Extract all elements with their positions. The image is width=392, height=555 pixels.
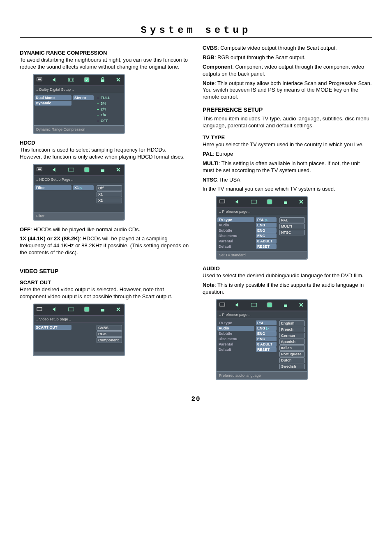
setup-icon [83,76,90,84]
osd-item[interactable]: Filter [35,185,71,190]
osd-item[interactable]: TV type [217,320,254,325]
audio-heading: AUDIO [203,265,372,272]
osd-item[interactable]: Disc menu [217,336,254,341]
drc-body: To avoid disturbing the neighbours at ni… [20,57,189,71]
close-icon [115,306,122,313]
osd-tvtype: .. Prefrence page .. TV type Audio Subti… [216,196,308,260]
svg-rect-2 [68,78,74,81]
osd-title: .. Dolby Digital Setup .. [34,86,124,93]
osd-footer: Set TV standard [217,251,307,259]
osd-item[interactable]: Disc menu [217,233,254,238]
osd-option[interactable]: X1 [97,191,122,197]
osd-value: ENG [256,228,277,233]
osd-item[interactable]: Subtitle [217,331,254,336]
comp-line: Component: Component video output throug… [203,64,372,78]
ladder-val[interactable]: OFF [101,119,108,123]
multi-line: MULTI: This setting is often available i… [203,160,372,174]
ladder-val[interactable]: 3/4 [101,101,106,106]
ladder: –FULL –3/4 –2/4 –1/4 –OFF [95,95,123,124]
ladder-val[interactable]: 2/4 [101,107,106,111]
audio-note: Note: This is only possible if the disc … [203,282,372,296]
pref-heading: PREFERENCE SETUP [203,106,372,113]
osd-title: .. Prefrence page .. [217,311,307,318]
osd-option[interactable]: Dutch [279,357,305,363]
setup-icon [266,198,273,206]
hdcd-off: OFF: HDCDs will be played like normal au… [20,226,189,233]
osd-option[interactable]: RGB [97,331,122,337]
osd-option[interactable]: Off [97,185,122,191]
setup-icon [83,166,90,174]
osd-item[interactable]: TV type [217,217,254,222]
drc-heading: DYNAMIC RANGE COMPRESSION [20,50,189,56]
hdcd-heading: HDCD [20,140,189,146]
osd-hdcd: .. HDCD Setup Page .. Filter X1 Off X1 X… [33,164,125,221]
tv-icon [219,198,226,206]
svg-rect-9 [101,169,104,172]
osd-item[interactable]: Default [217,347,254,352]
osd-footer: Preferred audio language [217,371,307,379]
svg-rect-14 [220,200,225,203]
scart-heading: SCART OUT [20,279,189,286]
ladder-val[interactable]: FULL [101,96,110,100]
osd-item[interactable]: Parental [217,342,254,347]
osd-value: ENG [256,233,277,238]
osd-option[interactable]: MULTI [279,223,305,229]
pref-body: This menu item includes TV type, audio l… [203,115,372,129]
svg-rect-12 [85,307,89,312]
osd-title: .. Prefrence page .. [217,208,307,215]
osd-item[interactable]: Audio [217,223,254,228]
dolby-icon [251,198,257,206]
svg-rect-11 [68,308,74,311]
svg-rect-21 [284,304,287,307]
osd-value: RESET [256,244,277,249]
dolby-icon [68,76,74,84]
osd-footer: Dynamic Range Compression [34,125,124,133]
osd-option[interactable]: Component [97,337,122,343]
osd-value: 8 ADULT [256,239,277,244]
tv-icon [36,166,43,174]
close-icon [115,76,122,84]
close-icon [298,302,304,309]
page-title: System setup [20,25,372,36]
osd-iconbar [34,304,124,315]
lock-icon [99,76,106,84]
tv-icon [36,306,43,313]
osd-item[interactable]: Parental [217,239,254,244]
osd-option[interactable]: German [279,333,305,339]
ladder-val[interactable]: 1/4 [101,113,106,117]
osd-value: Stereo [73,95,94,100]
osd-item[interactable]: Dual Mono [35,95,71,100]
osd-option[interactable]: X2 [97,198,122,203]
osd-value: X1 [73,185,94,190]
osd-option[interactable]: French [279,327,305,332]
ntsc-line: NTSC:The USA [203,177,372,184]
osd-item[interactable]: Default [217,244,254,249]
osd-option[interactable]: PAL [279,217,305,223]
osd-option[interactable]: Spanish [279,339,305,345]
osd-value: ENG [256,331,277,336]
svg-rect-17 [284,202,287,204]
osd-item[interactable]: Subtitle [217,228,254,233]
svg-rect-6 [38,168,41,170]
osd-option[interactable]: Swedish [279,364,305,369]
osd-option[interactable]: Portuguese [279,351,305,357]
osd-option[interactable]: Italian [279,345,305,351]
osd-footer: Filter [34,212,124,220]
title-rule [20,37,372,38]
svg-rect-8 [85,167,89,172]
osd-option[interactable]: English [279,320,305,326]
svg-rect-20 [267,303,272,307]
scart-body: Here the desired video output is selecte… [20,286,189,300]
manual-line: In the TV manual you can see which TV sy… [203,186,372,193]
osd-iconbar [34,165,124,176]
osd-value: RESET [256,347,277,352]
osd-item[interactable]: Audio [217,326,254,331]
tv-icon [219,302,226,309]
osd-item[interactable]: Dynamic [35,101,71,106]
osd-value: 8 ADULT [256,342,277,347]
osd-item[interactable]: SCART OUT [35,325,71,330]
osd-option[interactable]: CVBS [97,325,122,331]
svg-rect-7 [68,168,74,171]
audio-body: Used to select the desired dubbing/audio… [203,272,372,279]
osd-option[interactable]: NTSC [279,230,305,235]
